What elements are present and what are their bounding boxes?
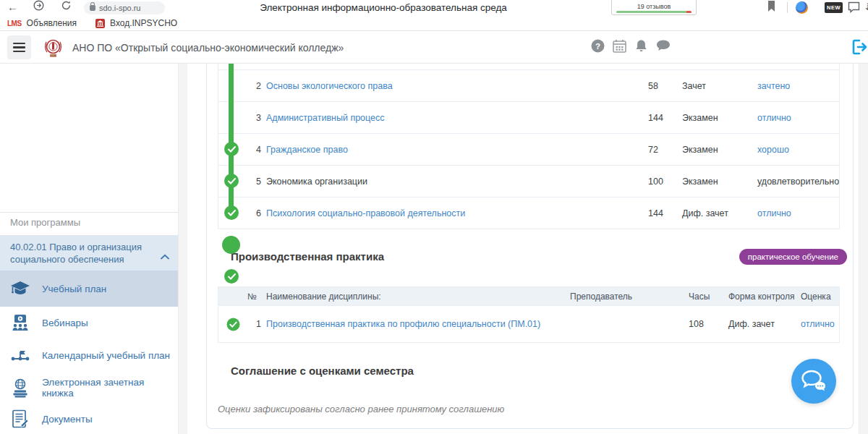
hours-value: 58 — [648, 81, 682, 91]
grade-link[interactable]: зачтено — [757, 81, 841, 91]
menu-toggle-button[interactable] — [7, 35, 31, 59]
webinar-icon — [10, 314, 30, 332]
support-chat-button[interactable] — [791, 359, 836, 404]
table-row: 2 Основы экологического права 58 Зачет з… — [218, 69, 839, 101]
sidebar-item-documents[interactable]: Документы — [0, 404, 178, 434]
bookmark-announcements[interactable]: LMS Объявления — [7, 18, 77, 28]
sidebar-item-calendar-plan[interactable]: Календарный учебный план — [0, 339, 178, 372]
practice-table: № Наименование дисциплины: Преподаватель… — [218, 286, 840, 343]
discipline-name: Экономика организации — [266, 176, 648, 187]
grade-link[interactable]: отлично — [757, 113, 841, 123]
col-grade: Оценка — [801, 292, 839, 302]
completed-check-icon — [218, 318, 247, 331]
sidebar-divider — [0, 212, 178, 213]
hours-value: 108 — [689, 319, 728, 329]
address-bar[interactable]: sdo.i-spo.ru — [84, 1, 165, 14]
calendar-icon[interactable] — [613, 39, 626, 56]
col-num: № — [247, 292, 266, 302]
agreement-heading: Соглашение с оценками семестра — [231, 365, 414, 377]
completed-check-icon — [224, 205, 239, 220]
college-logo: ОСЭК — [41, 35, 65, 62]
col-teacher: Преподаватель — [570, 292, 689, 302]
svg-text:ОСЭК: ОСЭК — [50, 54, 56, 57]
control-form: Экзамен — [682, 113, 757, 123]
control-form: Диф. зачет — [682, 208, 757, 218]
my-programs-label: Мои программы — [10, 217, 80, 228]
milestones-icon — [10, 348, 30, 364]
program-header[interactable]: 40.02.01 Право и организация социального… — [0, 236, 178, 271]
bookmarks-bar: LMS Объявления Вход.INPSYCHO — [0, 16, 868, 31]
sidebar-item-gradebook[interactable]: Электронная зачетная книжка — [0, 372, 178, 404]
browser-reload-icon[interactable] — [61, 0, 72, 14]
table-row: 6 Психология социально-правовой деятельн… — [218, 197, 839, 229]
bookmark-flag-icon[interactable] — [767, 1, 776, 15]
reviews-rating-bar — [616, 11, 692, 13]
lms-favicon: LMS — [7, 20, 22, 27]
building-favicon — [95, 19, 105, 28]
grade-link[interactable]: хорошо — [757, 145, 841, 155]
browser-forward-icon[interactable] — [33, 0, 44, 14]
table-row: 4 Гражданское право 72 Экзамен хорошо — [218, 133, 839, 165]
discipline-link[interactable]: Основы экологического права — [266, 81, 648, 91]
grade-link[interactable]: отлично — [801, 319, 839, 329]
table-row: 3 Административный процесс 144 Экзамен о… — [218, 101, 839, 133]
discipline-link[interactable]: Психология социально-правовой деятельнос… — [266, 208, 648, 218]
sidebar-item-webinars[interactable]: Вебинары — [0, 307, 178, 339]
progress-timeline-bar — [229, 64, 234, 217]
sidebar-item-curriculum[interactable]: Учебный план — [0, 271, 178, 307]
col-name: Наименование дисциплины: — [266, 292, 570, 302]
control-form: Диф. зачет — [728, 319, 801, 329]
table-row: 5 Экономика организации 100 Экзамен удов… — [218, 165, 839, 197]
col-form: Форма контроля — [728, 292, 801, 302]
semester-grades-table: 2 Основы экологического права 58 Зачет з… — [218, 64, 840, 229]
practice-table-header: № Наименование дисциплины: Преподаватель… — [218, 287, 839, 305]
toolbar-divider — [787, 2, 788, 13]
hours-value: 144 — [648, 208, 682, 218]
help-icon[interactable]: ? — [591, 39, 605, 56]
messages-icon[interactable] — [656, 39, 671, 55]
organization-title: АНО ПО «Открытый социально-экономический… — [72, 31, 344, 64]
bookmark-inpsycho[interactable]: Вход.INPSYCHO — [95, 18, 177, 28]
app-header: ОСЭК АНО ПО «Открытый социально-экономич… — [0, 31, 868, 64]
grade-link[interactable]: отлично — [757, 208, 841, 218]
sidebar: Мои программы 40.02.01 Право и организац… — [0, 64, 178, 434]
browser-extension-icon[interactable] — [796, 1, 808, 14]
browser-toolbar: ← sdo.i-spo.ru Электронная информационно… — [0, 0, 868, 16]
logout-icon[interactable] — [851, 38, 868, 59]
control-form: Экзамен — [682, 145, 757, 155]
reviews-count: 19 отзывов — [612, 3, 696, 10]
browser-back-icon[interactable]: ← — [7, 0, 18, 14]
url-text: sdo.i-spo.ru — [99, 4, 140, 12]
practice-section-heading: Производственная практика — [231, 250, 384, 263]
download-icon[interactable]: ⇣ — [864, 1, 868, 12]
control-form: Экзамен — [682, 176, 757, 187]
chevron-up-icon — [161, 250, 169, 263]
feedback-chat-icon[interactable] — [848, 1, 860, 16]
graduation-cap-icon — [10, 281, 30, 297]
document-pen-icon — [10, 409, 30, 429]
grade-text: удовлетворительно — [757, 176, 841, 187]
reviews-extension-widget[interactable]: 19 отзывов — [611, 0, 697, 15]
discipline-link[interactable]: Производственная практика по профилю спе… — [266, 319, 570, 329]
notifications-bell-icon[interactable] — [634, 39, 648, 56]
completed-check-icon — [224, 174, 239, 188]
table-row-partial — [218, 64, 839, 69]
col-hours: Часы — [689, 292, 728, 302]
current-step-dot — [222, 236, 240, 254]
agreement-note: Оценки зафиксированы согласно ранее прин… — [218, 404, 504, 414]
discipline-link[interactable]: Гражданское право — [266, 145, 648, 155]
table-row: 1 Производственная практика по профилю с… — [218, 305, 839, 342]
practical-training-badge: практическое обучение — [739, 249, 847, 265]
completed-check-icon — [224, 142, 239, 156]
hours-value: 100 — [648, 176, 682, 187]
sidebar-scrollbar[interactable] — [178, 64, 187, 434]
completed-check-icon — [224, 269, 239, 284]
discipline-link[interactable]: Административный процесс — [266, 113, 648, 123]
hours-value: 144 — [648, 113, 682, 123]
lock-icon — [90, 5, 95, 11]
screen: ← sdo.i-spo.ru Электронная информационно… — [0, 0, 868, 434]
curriculum-content-card: 2 Основы экологического права 58 Зачет з… — [206, 64, 854, 429]
page-scrollbar[interactable] — [859, 64, 868, 434]
new-extension-badge[interactable]: NEW — [825, 2, 843, 13]
program-title: 40.02.01 Право и организация социального… — [10, 241, 152, 265]
